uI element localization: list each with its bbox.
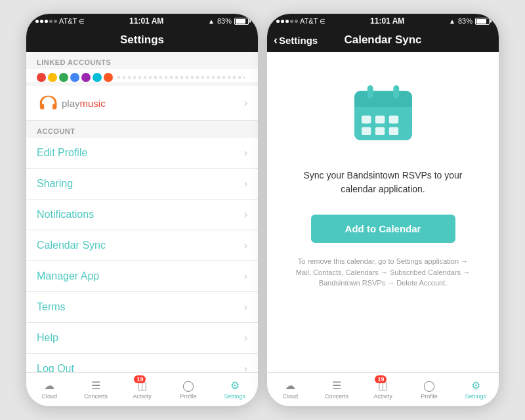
concerts-icon-2: ☰ <box>332 379 341 392</box>
terms-chevron: › <box>244 301 247 313</box>
svg-rect-3 <box>367 85 373 98</box>
tab-profile-1[interactable]: ◯ Profile <box>165 373 212 406</box>
back-chevron-icon: ‹ <box>274 33 278 47</box>
status-right-2: ▲ 83% <box>449 17 490 25</box>
battery-fill-2 <box>476 19 486 24</box>
tab-settings-label-1: Settings <box>224 393 245 400</box>
terms-label: Terms <box>37 301 66 313</box>
battery-2 <box>475 18 490 25</box>
tab-bar-2: ☁ Cloud ☰ Concerts 19 ◫ Activity ◯ Profi… <box>267 372 499 406</box>
settings-icon-1: ⚙ <box>230 379 240 392</box>
svg-rect-5 <box>362 116 371 123</box>
manager-app-chevron: › <box>244 270 247 282</box>
remove-note: To remove this calendar, go to Settings … <box>287 256 479 289</box>
calendar-sync-content: Sync your Bandsintown RSVPs to your cale… <box>267 52 499 372</box>
carrier-1: AT&T <box>59 17 77 25</box>
dot2-2 <box>281 20 284 23</box>
sharing-chevron: › <box>244 178 247 190</box>
play-music-text: playmusic <box>62 98 106 109</box>
calendar-sync-chevron: › <box>244 240 247 251</box>
dot3 <box>45 20 48 23</box>
signal-dots-2 <box>276 20 298 23</box>
status-bar-1: AT&T ∈ 11:01 AM ▲ 83% <box>26 14 258 28</box>
cloud-icon-2: ☁ <box>285 379 295 392</box>
tab-cloud-label-2: Cloud <box>283 393 299 400</box>
carrier-2: AT&T <box>300 17 318 25</box>
edit-profile-label: Edit Profile <box>37 147 87 159</box>
linked-accounts-header: LINKED ACCOUNTS <box>26 52 258 69</box>
tab-activity-label-2: Activity <box>373 393 392 400</box>
calendar-icon-wrap <box>347 78 419 153</box>
menu-item-terms[interactable]: Terms › <box>26 292 258 323</box>
tab-profile-label-1: Profile <box>180 393 197 400</box>
cloud-icon-1: ☁ <box>44 379 54 392</box>
dot2-5 <box>295 20 298 23</box>
tab-settings-2[interactable]: ⚙ Settings <box>452 373 499 406</box>
status-left-2: AT&T ∈ <box>276 17 326 25</box>
tab-settings-1[interactable]: ⚙ Settings <box>211 373 258 406</box>
calendar-icon <box>347 78 419 150</box>
status-bar-2: AT&T ∈ 11:01 AM ▲ 83% <box>267 14 499 28</box>
notifications-chevron: › <box>244 209 247 220</box>
svg-rect-6 <box>375 116 384 123</box>
tab-bar-1: ☁ Cloud ☰ Concerts 19 ◫ Activity ◯ Profi… <box>26 372 258 406</box>
log-out-label: Log Out <box>37 363 74 372</box>
menu-item-calendar-sync[interactable]: Calendar Sync › <box>26 230 258 261</box>
sharing-label: Sharing <box>37 178 73 190</box>
tab-concerts-label-1: Concerts <box>84 393 108 400</box>
wifi-icon-1: ∈ <box>79 18 85 25</box>
edit-profile-chevron: › <box>244 147 247 159</box>
phones-container: AT&T ∈ 11:01 AM ▲ 83% Settings LINKED AC… <box>12 0 513 420</box>
activity-badge-1: 19 <box>134 375 146 383</box>
settings-content: LINKED ACCOUNTS playmusic <box>26 52 258 372</box>
tab-activity-1[interactable]: 19 ◫ Activity <box>119 373 165 406</box>
concerts-icon-1: ☰ <box>91 379 100 392</box>
dot1 <box>35 20 39 23</box>
play-music-row[interactable]: playmusic › <box>26 86 258 121</box>
menu-item-log-out[interactable]: Log Out › <box>26 354 258 372</box>
settings-icon-2: ⚙ <box>471 379 480 392</box>
calendar-sync-label: Calendar Sync <box>37 240 106 251</box>
svg-rect-4 <box>393 85 399 98</box>
color-dot-2 <box>48 73 57 82</box>
color-dot-4 <box>70 73 79 82</box>
add-to-calendar-button[interactable]: Add to Calendar <box>311 215 455 243</box>
nav-bar-1: Settings <box>26 28 258 52</box>
tab-profile-2[interactable]: ◯ Profile <box>406 373 453 406</box>
sync-description: Sync your Bandsintown RSVPs to your cale… <box>287 169 479 196</box>
menu-item-edit-profile[interactable]: Edit Profile › <box>26 138 258 169</box>
menu-item-notifications[interactable]: Notifications › <box>26 200 258 230</box>
tab-concerts-2[interactable]: ☰ Concerts <box>314 373 360 406</box>
tab-cloud-1[interactable]: ☁ Cloud <box>26 373 73 406</box>
color-dot-6 <box>93 73 102 82</box>
dots-line <box>117 76 245 79</box>
dot4 <box>49 20 52 23</box>
menu-item-help[interactable]: Help › <box>26 323 258 354</box>
time-2: 11:01 AM <box>370 16 404 26</box>
battery-fill-1 <box>236 19 245 24</box>
tab-concerts-1[interactable]: ☰ Concerts <box>73 373 119 406</box>
tab-cloud-2[interactable]: ☁ Cloud <box>267 373 314 406</box>
tab-concerts-label-2: Concerts <box>325 393 348 400</box>
page-title-calendar-sync: Calendar Sync <box>344 33 421 47</box>
dot2 <box>40 20 43 23</box>
svg-rect-9 <box>375 127 384 135</box>
color-dot-3 <box>59 73 68 82</box>
menu-item-sharing[interactable]: Sharing › <box>26 169 258 200</box>
arrow-icon-2: ▲ <box>449 18 455 25</box>
dot2-3 <box>285 20 289 23</box>
play-music-chevron: › <box>244 97 247 109</box>
status-right-1: ▲ 83% <box>208 17 249 25</box>
dot5 <box>54 20 57 23</box>
menu-item-manager-app[interactable]: Manager App › <box>26 261 258 292</box>
back-button[interactable]: ‹ Settings <box>274 33 318 47</box>
play-music-logo: playmusic <box>37 93 106 114</box>
tab-activity-2[interactable]: 19 ◫ Activity <box>360 373 406 406</box>
profile-icon-1: ◯ <box>182 379 194 392</box>
manager-app-label: Manager App <box>37 270 99 282</box>
profile-icon-2: ◯ <box>423 379 435 392</box>
tab-profile-label-2: Profile <box>421 393 438 400</box>
calendar-sync-phone: AT&T ∈ 11:01 AM ▲ 83% ‹ Settings Calenda… <box>266 13 499 407</box>
color-dot-7 <box>104 73 113 82</box>
activity-badge-2: 19 <box>375 375 387 383</box>
